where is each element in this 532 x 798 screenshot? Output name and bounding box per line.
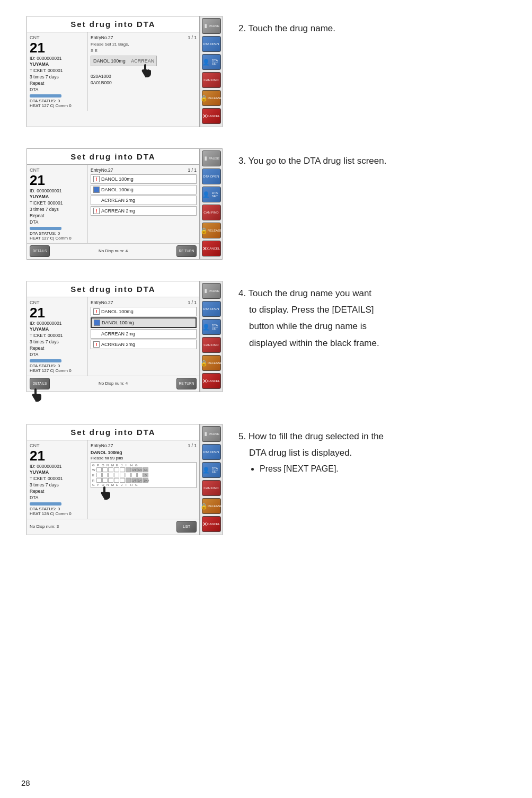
btn-pause-1[interactable]: ⏸ PAUSE [202,18,221,34]
dta-id-4: ID: 0000000001 [30,464,85,470]
btn-dta-set-3[interactable]: 👤DTA SET [202,319,221,335]
dta-heat-2: HEAT 127 C| Comm 0 [30,236,85,241]
btn-release-label-1: RELEASE [208,96,223,100]
btn-details-2[interactable]: DETAILS [30,245,50,257]
dta-heat-1: HEAT 127 C| Comm 0 [30,103,85,108]
btn-pause-3[interactable]: ⏸PAUSE [202,283,221,299]
hand-cursor-3 [30,387,42,403]
dta-name-4: YUYAMA [30,469,85,476]
dta-entry-row-2: EntryNo.27 1 / 1 [91,167,197,173]
btn-release-3[interactable]: 🔒RELEASE [202,355,221,371]
dta-paper-bar-4 [30,502,61,506]
drug-icon-3-1 [94,320,100,326]
cancel-icon-1: ✕ [202,113,207,119]
btn-release-4[interactable]: 🔒RELEASE [202,498,221,514]
page-number: 28 [21,778,30,787]
dta-right-buttons-1: ⏸ PAUSE DTA OPEN 👤 DTA SET CAN FIND [200,16,222,127]
btn-cancel-3[interactable]: ✕CANCEL [202,373,221,389]
drug-icon-3-3: ! [93,341,100,348]
dta-dta-3: DTA [30,352,85,358]
drug-icon-none-2-2 [93,197,100,203]
btn-return-3[interactable]: RE TURN [176,378,197,389]
btn-dta-open-3[interactable]: DTA OPEN [202,301,221,317]
btn-dta-open-4[interactable]: DTA OPEN [202,444,221,460]
dta-info-col-3: CNT 21 ID: 0000000001 YUYAMA TICKET: 000… [27,297,88,376]
dta-cnt-num-2: 21 [30,173,85,188]
hand-cursor-4 [99,485,111,501]
dta-info-col-1: CNT 21 ID: 0000000001 YUYAMA TICKET: 000… [27,32,88,111]
dta-repeat-2: Repeat [30,213,85,219]
drug-name-3-1: DANOL 100mg [102,320,134,325]
dta-bottom-4: No Disp num: 3 LIST [27,519,199,534]
fill-grid-row-1: 1/4 1/4 4/4 [96,467,148,472]
btn-dta-open-label-1: DTA OPEN [203,42,219,46]
btn-dta-open-2[interactable]: DTA OPEN [202,169,221,184]
dta-main-4: Set drug into DTA CNT 21 ID: 0000000001 … [27,424,222,535]
dta-status-2: DTA STATUS:0 [30,231,85,236]
page-container: Set drug into DTA CNT 21 ID: 0000000001 … [0,0,532,567]
btn-can-find-label-1: CAN FIND [203,78,218,82]
btn-details-3[interactable]: DETAILS [30,378,50,389]
btn-release-1[interactable]: 🔒 RELEASE [202,90,221,106]
drug-name-2-2: ACRREAN 2mg [101,198,135,203]
instruction-4-li: Press [NEXT PAGE]. [260,462,516,476]
dta-please-fill-4: Please fill 99 pills [91,456,197,460]
dta-screen-3: Set drug into DTA CNT 21 ID: 0000000001 … [26,281,223,392]
dta-id-1: ID: 0000000001 [30,56,85,62]
dta-drug-touch-area-1[interactable]: DANOL 100mg ACRREAN [91,56,157,67]
fill-grid-row-3: 1/4 1/4 1/K# [96,478,148,483]
dta-paper-bar-3 [30,359,61,362]
screen-area-3: Set drug into DTA CNT 21 ID: 0000000001 … [26,281,223,392]
dta-no-disp-3: No Disp num: 4 [99,381,128,386]
dta-drug-entry-3-3[interactable]: ! ACRREAN 2mg [91,340,197,349]
btn-dta-open-1[interactable]: DTA OPEN [202,36,221,52]
btn-dta-set-1[interactable]: 👤 DTA SET [202,54,221,70]
dta-info-col-4: CNT 21 ID: 0000000001 YUYAMA TICKET: 000… [27,440,88,519]
dta-drug-entry-3-0[interactable]: ! DANOL 100mg [91,307,197,316]
btn-cancel-1[interactable]: ✕ CANCEL [202,108,221,124]
dta-drug-entry-3-2[interactable]: ACRREAN 2mg [91,329,197,339]
dta-content-3: EntryNo.27 1 / 1 ! DANOL 100mg DANOL 100… [88,297,199,376]
drug-icon-excl-2-0: ! [93,176,100,182]
btn-dta-set-2[interactable]: 👤DTA SET [202,187,221,202]
instruction-text-1: 2. Touch the drug name. [238,16,516,38]
dta-name-3: YUYAMA [30,326,85,333]
instruction-text-3: 4. Touch the drug name you want to displ… [238,281,516,352]
dta-drug-entry-2-1[interactable]: DANOL 100mg [91,185,197,194]
dta-main-1: Set drug into DTA CNT 21 ID: 0000000001 … [27,16,222,127]
instruction-text-4: 5. How to fill the drug selected in the … [238,424,516,476]
dta-id-2: ID: 0000000001 [30,188,85,194]
btn-cancel-4[interactable]: ✕CANCEL [202,516,221,532]
dta-times-2: 3 times 7 days [30,207,85,213]
dta-body-4: CNT 21 ID: 0000000001 YUYAMA TICKET: 000… [27,440,199,519]
dta-times-3: 3 times 7 days [30,339,85,345]
btn-list-4[interactable]: LIST [176,521,197,533]
dta-content-1: EntryNo.27 1 / 1 Please Set 21 Bags, S E… [88,32,199,111]
btn-pause-4[interactable]: ⏸PAUSE [202,426,221,442]
instruction-3a: 4. Touch the drug name you want [238,286,516,300]
btn-dta-set-4[interactable]: 👤DTA SET [202,462,221,478]
dta-body-1: CNT 21 ID: 0000000001 YUYAMA TICKET: 000… [27,32,199,111]
drug-icon-excl-2-3: ! [93,208,100,214]
dta-drug-entry-2-0[interactable]: ! DANOL 100mg [91,174,197,184]
dta-heat-3: HEAT 127 C| Comm 0 [30,368,85,373]
dta-please-set-1: Please Set 21 Bags, [91,42,197,47]
btn-cancel-2[interactable]: ✕CANCEL [202,241,221,256]
btn-can-find-4[interactable]: CAN FIND [202,480,221,496]
btn-release-2[interactable]: 🔒RELEASE [202,223,221,238]
btn-can-find-3[interactable]: CAN FIND [202,337,221,353]
btn-pause-2[interactable]: ⏸PAUSE [202,150,221,166]
drug-name-2-1: DANOL 100mg [101,187,134,192]
instruction-3d: displayed within the black frame. [249,336,516,350]
dta-drug-entry-3-1[interactable]: DANOL 100mg [91,317,197,328]
dta-drug-entry-2-2[interactable]: ACRREAN 2mg [91,196,197,205]
section-4: Set drug into DTA CNT 21 ID: 0000000001 … [26,424,516,535]
dta-screen-2: Set drug into DTA CNT 21 ID: 0000000001 … [26,148,223,260]
dta-heat-4: HEAT 128 C| Comm 0 [30,511,85,516]
dta-drug-entry-2-3[interactable]: ! ACRREAN 2mg [91,206,197,216]
btn-return-2[interactable]: RE TURN [176,245,197,257]
btn-can-find-2[interactable]: CAN FIND [202,205,221,220]
screen-area-2: Set drug into DTA CNT 21 ID: 0000000001 … [26,148,223,260]
instruction-2: 3. You go to the DTA drug list screen. [238,154,516,168]
btn-can-find-1[interactable]: CAN FIND [202,72,221,88]
